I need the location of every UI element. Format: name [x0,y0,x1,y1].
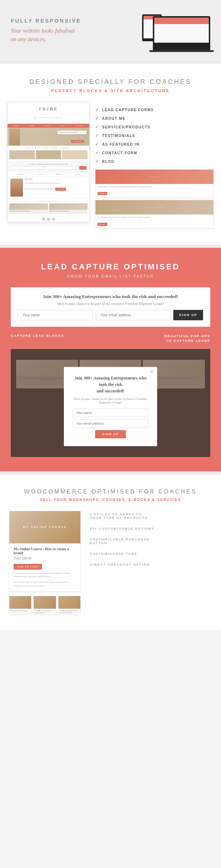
feature-blog: ✓ BLOG [95,159,214,164]
woo-mini-text-1: My Online Course : How to... [9,609,31,613]
name-input[interactable] [18,310,93,320]
feature-contact-form: ✓ CONTACT FORM [95,150,214,155]
preview-logo-sub: BUSINESS COACH [10,114,86,121]
preview-blog-card-2: How to create an amazing brand in 48 hou… [49,203,88,214]
fully-responsive-section: FULLY RESPONSIVE Your website looks fabu… [0,0,221,61]
check-icon-7: ✓ [95,159,99,164]
logo-jessica: jessica [38,173,42,175]
preview-blog-text-2: How to create an amazing brand in 48 hou… [49,210,88,213]
feature-label-6: CONTACT FORM [102,151,137,155]
twitter-icon [42,218,45,221]
feature-services: ✓ SERVICES/PRODUCTS [95,124,214,129]
popup-heading: Join 300+ Amazing Entrepreneurs who took… [73,375,148,394]
popup-preview: HOW I STEP UP MY CRAZY ENTREPRENEURIAL L… [11,349,210,457]
popup-close-icon[interactable]: ✕ [150,369,154,374]
feature-as-featured: ✓ AS FEATURED IN [95,142,214,147]
check-icon-1: ✓ [95,107,99,112]
add-to-cart-button[interactable]: ADD TO CART [14,564,42,570]
coaches-subtitle: PERFECT BLOCKS & SITE ARCHITECTURE [7,89,214,93]
card-text-1: Freedom Empower Group is an amazing mast… [98,186,211,188]
woo-feature-4: CUSTOMISABLE TABS [88,552,212,556]
preview-blocks [8,150,89,161]
preview-optin-email [45,166,79,170]
popup-email-input[interactable] [73,419,148,428]
woo-feature-3: CUSTOMISABLE PURCHASEBUTTON [88,538,212,545]
woo-heading: WOOCOMMERCE OPTIMISED FOR COACHES [9,489,212,495]
woo-subtitle: SELL YOUR WORKSHOPS, COURSES, E-BOOKS & … [9,498,212,502]
woo-mini-card-3: My Super Workshops: How to book more cus… [58,596,81,615]
website-preview: TRIBE BUSINESS COACH HOME WORK ABOUT BLO… [7,102,90,222]
lead-capture-section: LEAD CAPTURE OPTIMISED GROW YOUR EMAIL L… [0,248,221,471]
feature-label-2: ABOUT ME [102,117,126,121]
check-icon-3: ✓ [95,124,99,129]
divider-1 [0,61,221,64]
woo-product-info: My Online Course : How to create a brand… [9,543,80,591]
woo-features: 2 STYLES TO ADAPT TOYOUR TYPE OF PRODUCT… [88,511,212,574]
right-cards-preview: Freedom Freedom Empower Group is an amaz… [95,169,214,228]
feature-label-1: LEAD CAPTURE FORMS [102,108,154,112]
email-input[interactable] [96,310,171,320]
woo-mini-img-3 [58,596,80,609]
product-title-overlay: MY ONLINE COURSE [23,525,67,529]
preview-optin-text: Join 300+ Amazing Entrepreneurs who took… [10,163,86,165]
popup-name-input[interactable] [73,409,148,417]
preview-container: TRIBE BUSINESS COACH HOME WORK ABOUT BLO… [7,102,214,231]
lead-heading: LEAD CAPTURE OPTIMISED [11,262,210,272]
preview-bio: HI I'M ANNA As an entrepreneur, you have… [8,176,89,198]
woo-mini-img-1 [9,596,31,609]
popup-sub: Here is your chance to be part of the ex… [73,397,148,404]
preview-hero-text: Ready to escape your corporate job? [58,131,86,134]
woo-product-image: MY ONLINE COURSE [9,511,80,543]
woo-mini-text-2: My Online Course : How to create a Brand [34,609,56,615]
divider-2 [0,245,221,248]
feature-label-7: BLOG [102,160,115,164]
nav-blog: BLOG [60,125,65,127]
feature-label-5: AS FEATURED IN [102,142,140,146]
nav-contact: CONTACT [75,125,83,127]
preview-right-card-body-2: I recently joined a group on the interne… [95,214,213,228]
optin-box: Join 300+ Amazing Entrepreneurs who took… [11,287,210,327]
preview-blog: FROM THE BLOG My Daily To-Do List to Bui… [8,198,89,216]
instagram-icon [52,218,55,221]
woo-content: MY ONLINE COURSE My Online Course : How … [9,511,212,615]
capture-blocks-label: CAPTURE LEAD BLOCKS [11,334,64,338]
optin-form: SIGN UP [18,310,203,320]
laptop-base [149,50,214,52]
preview-right-card-1: Freedom Freedom Empower Group is an amaz… [95,169,214,198]
woo-mini-text-3: My Super Workshops: How to book more cus… [58,609,80,615]
woocommerce-section: WOOCOMMERCE OPTIMISED FOR COACHES SELL Y… [0,474,221,630]
woo-feature-2: 20+ CUSTOMISABLE OPTIONS [88,527,212,530]
lead-labels: CAPTURE LEAD BLOCKS BEAUTIFUL POP-UPS TO… [11,334,210,344]
coaches-section: DESIGNED SPECIALLY FOR COACHES PERFECT B… [0,64,221,245]
woo-mini-img-2 [34,596,56,609]
laptop-device [153,16,210,50]
preview-hero-img [9,128,20,146]
nav-home: HOME [14,125,19,127]
check-icon-6: ✓ [95,150,99,155]
optin-sub: Here is your chance to be part of the ex… [18,302,203,306]
preview-header: TRIBE BUSINESS COACH [8,102,89,124]
woo-feature-1: 2 STYLES TO ADAPT TOYOUR TYPE OF PRODUCT… [88,513,212,520]
signup-button[interactable]: SIGN UP [173,310,203,320]
lead-subtitle: GROW YOUR EMAIL LIST FASTER [11,274,210,278]
preview-blog-text-1: My Daily To-Do List to Build a Super Bus… [9,210,48,213]
woo-product-card: MY ONLINE COURSE My Online Course : How … [9,511,81,591]
preview-hero-btn: Start Working Today! [71,140,84,143]
woo-feature-5: DIRECT CHECKOUT OPTION [88,563,212,566]
preview-block-2 [36,150,61,159]
popup-label-1: BEAUTIFUL POP-UPS [164,334,210,339]
features-list: ✓ LEAD CAPTURE FORMS ✓ ABOUT ME ✓ SERVIC… [95,102,214,231]
woo-product-price: Only £99.00 [14,556,76,560]
woo-product-description-2: Lorem ipsum dolor sit amet consectetuer … [14,581,76,588]
preview-social [8,216,89,222]
popup-signup-button[interactable]: SIGN UP [95,430,126,438]
preview-right-card-2: Freedom Empower I recently joined a grou… [95,200,214,228]
woo-product-description: Lorem ipsum dolor sit amet, consectetuer… [14,572,76,579]
optin-heading: Join 300+ Amazing Entrepreneurs who took… [18,294,203,299]
preview-right-card-img-1: Freedom [95,170,213,184]
card-text-2: I recently joined a group on the interne… [98,216,211,218]
preview-bio-btn: Know More Bio [55,188,66,191]
preview-blog-card-1: My Daily To-Do List to Build a Super Bus… [9,203,48,214]
check-icon-2: ✓ [95,116,99,121]
woo-preview: MY ONLINE COURSE My Online Course : How … [9,511,81,615]
